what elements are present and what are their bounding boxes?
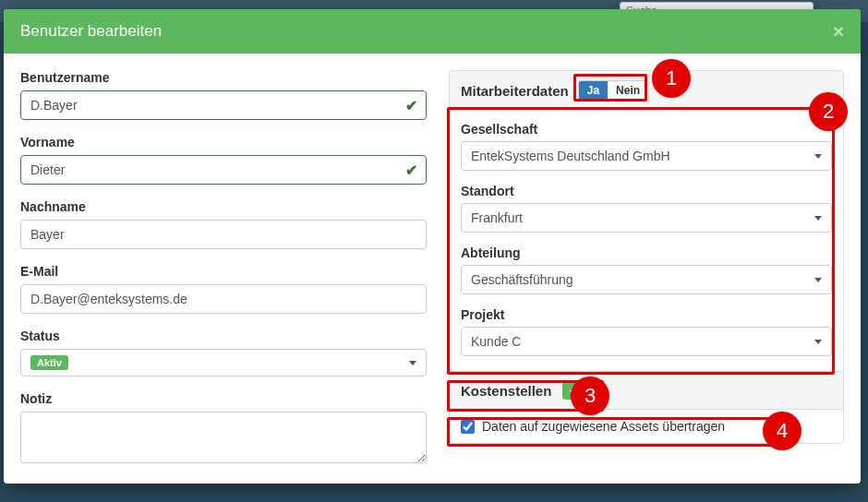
right-column: Mitarbeiterdaten Ja Nein Gesellschaft En… [449, 70, 844, 467]
project-value: Kunde C [471, 334, 521, 349]
chevron-down-icon [409, 361, 416, 365]
location-select[interactable]: Frankfurt [461, 203, 832, 233]
firstname-label: Vorname [20, 135, 427, 149]
email-label: E-Mail [20, 264, 427, 279]
costcenter-label: Kostenstellen [461, 383, 551, 399]
left-column: Benutzername ✔ Vorname ✔ Nachname E-Mail… [20, 70, 427, 467]
lastname-field[interactable] [20, 220, 427, 249]
chevron-down-icon [814, 216, 822, 221]
employee-toggle[interactable]: Ja Nein [578, 80, 649, 101]
status-select[interactable]: Aktiv [20, 349, 427, 376]
close-icon[interactable]: × [833, 22, 844, 41]
chevron-down-icon [814, 340, 822, 344]
note-label: Notiz [20, 391, 427, 406]
project-select[interactable]: Kunde C [461, 327, 832, 356]
username-field[interactable] [20, 90, 427, 120]
location-label: Standort [461, 184, 832, 198]
transfer-label: Daten auf zugewiesene Assets übertragen [482, 419, 725, 434]
modal-title: Benutzer bearbeiten [20, 22, 162, 41]
chevron-down-icon [814, 154, 822, 159]
chevron-down-icon [814, 278, 822, 282]
annotation-marker-3: 3 [571, 376, 609, 415]
department-value: Geschäftsführung [471, 272, 573, 287]
check-icon: ✔ [405, 161, 417, 179]
department-select[interactable]: Geschäftsführung [461, 265, 832, 294]
status-badge: Aktiv [30, 355, 68, 370]
note-textarea[interactable] [20, 412, 427, 463]
company-label: Gesellschaft [461, 122, 832, 137]
transfer-checkbox[interactable] [461, 420, 475, 434]
costcenter-heading: Kostenstellen + [450, 371, 843, 410]
lastname-label: Nachname [20, 199, 427, 214]
modal-header: Benutzer bearbeiten × [4, 9, 861, 54]
company-select[interactable]: EntekSystems Deutschland GmbH [461, 141, 832, 171]
department-label: Abteilung [461, 245, 832, 260]
employee-heading-label: Mitarbeiterdaten [461, 83, 569, 99]
edit-user-modal: Benutzer bearbeiten × Benutzername ✔ Vor… [4, 9, 861, 484]
employee-panel-body: Gesellschaft EntekSystems Deutschland Gm… [450, 111, 843, 371]
status-label: Status [20, 329, 427, 343]
project-label: Projekt [461, 307, 832, 322]
check-icon: ✔ [405, 97, 417, 114]
company-value: EntekSystems Deutschland GmbH [471, 149, 670, 163]
location-value: Frankfurt [471, 210, 523, 225]
annotation-marker-4: 4 [763, 412, 802, 450]
username-label: Benutzername [20, 70, 427, 85]
toggle-no[interactable]: Nein [608, 81, 648, 100]
annotation-marker-2: 2 [809, 92, 848, 131]
annotation-marker-1: 1 [652, 59, 691, 98]
employee-heading: Mitarbeiterdaten Ja Nein [450, 71, 843, 111]
toggle-yes[interactable]: Ja [579, 81, 608, 100]
employee-panel: Mitarbeiterdaten Ja Nein Gesellschaft En… [449, 70, 844, 444]
firstname-field[interactable] [20, 155, 427, 185]
email-field[interactable] [20, 284, 427, 314]
